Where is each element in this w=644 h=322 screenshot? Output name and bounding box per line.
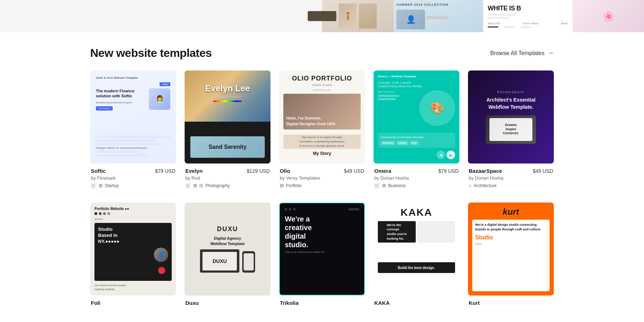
template-name-bazaarspace: BazaarSpace xyxy=(469,168,502,174)
template-info-omera: Omera $79 USD by Dorian Hoxha 🛒 ⊞ Busine… xyxy=(374,168,459,188)
template-price-olio: $49 USD xyxy=(344,168,364,174)
tag-business: Business xyxy=(388,183,406,188)
browse-all-label: Browse All Templates xyxy=(490,50,545,57)
template-info-softic: Softic $79 USD by Flowsark 🛒 ⊞ Startup xyxy=(90,168,176,188)
tag-startup: Startup xyxy=(105,183,119,188)
template-price-softic: $79 USD xyxy=(155,168,175,174)
template-info-kurt: Kurt xyxy=(468,300,554,306)
template-thumb-portfolio: Portfolio Website ●● ⊞⊞⊞⊞ StudioBased in… xyxy=(90,203,176,296)
browse-arrow-icon: → xyxy=(547,49,554,57)
template-tags-omera: 🛒 ⊞ Business xyxy=(374,183,459,188)
template-name-softic: Softic xyxy=(91,168,106,174)
template-name-duxu: Duxu xyxy=(185,300,199,306)
window-icon-omera: ⊞ xyxy=(382,183,386,188)
cart-icon-evelyn: 🛒 xyxy=(185,183,191,188)
template-name-evelyn: Evelyn xyxy=(185,168,203,174)
template-info-kaka: KAKA xyxy=(374,300,459,306)
template-card-olio[interactable]: OLIO PORTFOLIO Webflow Template PORTFOLI… xyxy=(279,70,365,188)
template-name-omera: Omera xyxy=(374,168,391,174)
template-info-portfolio: Foli xyxy=(90,300,176,306)
banner-right-group: 🧍 SUMMER 2019 COLLECTION 👤 WHITE IS B B xyxy=(322,0,644,32)
template-card-omera[interactable]: Omera — Webflow Template Concept, Craft,… xyxy=(374,70,459,188)
template-author-omera: by Dorian Hoxha xyxy=(374,175,459,181)
template-price-evelyn: $129 USD xyxy=(247,168,270,174)
template-card-portfolio[interactable]: Portfolio Website ●● ⊞⊞⊞⊞ StudioBased in… xyxy=(90,203,176,307)
cart-icon: 🛒 xyxy=(91,183,97,188)
banner-card-3: WHITE IS B Black Flat None Stand Basic xyxy=(483,0,572,32)
browse-all-link[interactable]: Browse All Templates → xyxy=(490,49,554,57)
template-name-olio: Olio xyxy=(280,168,290,174)
window-icon-evelyn: ⊞ xyxy=(193,183,197,188)
template-info-olio: Olio $49 USD by Versy Templates ⊞ Portfo… xyxy=(279,168,365,188)
window-icon-olio: ⊞ xyxy=(280,183,284,188)
banner-card-4: 🌸 xyxy=(572,0,644,32)
template-tags-bazaarspace: ⌂ Architecture xyxy=(469,183,553,188)
window-icon: ⊞ xyxy=(99,183,103,188)
templates-grid-row2: Portfolio Website ●● ⊞⊞⊞⊞ StudioBased in… xyxy=(0,203,644,322)
template-name-kaka: KAKA xyxy=(374,300,390,306)
tag-architecture: Architecture xyxy=(474,183,497,188)
section-header: New website templates Browse All Templat… xyxy=(0,32,644,70)
banner-center-bar xyxy=(308,11,336,21)
templates-grid-row1: SaaS & Tech Website Template Softic The … xyxy=(0,70,644,203)
template-thumb-studio: We're acreativedigitalstudio. This is to… xyxy=(279,203,365,296)
banner-bar xyxy=(308,11,336,21)
template-card-studio[interactable]: We're acreativedigitalstudio. This is to… xyxy=(279,203,365,307)
template-thumb-olio: OLIO PORTFOLIO Webflow Template PORTFOLI… xyxy=(279,70,365,164)
template-thumb-omera: Omera — Webflow Template Concept, Craft,… xyxy=(374,70,459,164)
template-price-omera: $79 USD xyxy=(438,168,459,174)
template-price-bazaarspace: $49 USD xyxy=(533,168,553,174)
template-thumb-evelyn: Evelyn Lee hi@evelynlee.com Sand Serenit… xyxy=(185,70,270,164)
cart-icon-omera: 🛒 xyxy=(374,183,380,188)
template-card-kurt[interactable]: kurt We're a digital design studio conne… xyxy=(468,203,554,307)
template-info-studio: Trikolia xyxy=(279,300,365,306)
template-name-kurt: Kurt xyxy=(469,300,480,306)
template-tags-evelyn: 🛒 ⊞ ⊟ Photography xyxy=(185,183,270,188)
template-tags-olio: ⊞ Portfolio xyxy=(280,183,364,188)
template-thumb-softic: SaaS & Tech Website Template Softic The … xyxy=(90,70,176,164)
template-name-studio: Trikolia xyxy=(280,300,299,306)
template-thumb-bazaar: BazaarSpace Architect's EssentialWebflow… xyxy=(468,70,554,164)
template-thumb-kurt: kurt We're a digital design studio conne… xyxy=(468,203,554,296)
tag-portfolio: Portfolio xyxy=(286,183,302,188)
top-banner: 🧍 SUMMER 2019 COLLECTION 👤 WHITE IS B B xyxy=(0,0,644,32)
template-author-evelyn: by Rod xyxy=(185,175,270,181)
template-info-duxu: Duxu xyxy=(185,300,270,306)
template-card-softic[interactable]: SaaS & Tech Website Template Softic The … xyxy=(90,70,176,188)
template-thumb-duxu: DUXU Digital AgencyWebflow Template DUXU xyxy=(185,203,270,296)
banner-card-2: SUMMER 2019 COLLECTION 👤 xyxy=(394,0,483,32)
template-card-duxu[interactable]: DUXU Digital AgencyWebflow Template DUXU… xyxy=(185,203,270,307)
template-author-softic: by Flowsark xyxy=(91,175,175,181)
template-card-bazaarspace[interactable]: BazaarSpace Architect's EssentialWebflow… xyxy=(468,70,554,188)
section-title: New website templates xyxy=(90,47,212,60)
template-author-olio: by Versy Templates xyxy=(280,175,364,181)
template-card-kaka[interactable]: KAKA We're theconceptstudio you'relookin… xyxy=(374,203,459,307)
template-author-bazaarspace: by Dorian Hoxha xyxy=(469,175,553,181)
template-name-portfolio: Foli xyxy=(91,300,101,306)
template-info-evelyn: Evelyn $129 USD by Rod 🛒 ⊞ ⊟ Photography xyxy=(185,168,270,188)
template-tags-softic: 🛒 ⊞ Startup xyxy=(91,183,175,188)
template-info-bazaarspace: BazaarSpace $49 USD by Dorian Hoxha ⌂ Ar… xyxy=(468,168,554,188)
arch-icon-bazaarspace: ⌂ xyxy=(469,183,472,188)
tag-photography: Photography xyxy=(205,183,230,188)
template-thumb-kaka: KAKA We're theconceptstudio you'relookin… xyxy=(374,203,459,296)
template-card-evelyn[interactable]: Evelyn Lee hi@evelynlee.com Sand Serenit… xyxy=(185,70,270,188)
grid-icon-evelyn: ⊟ xyxy=(199,183,203,188)
